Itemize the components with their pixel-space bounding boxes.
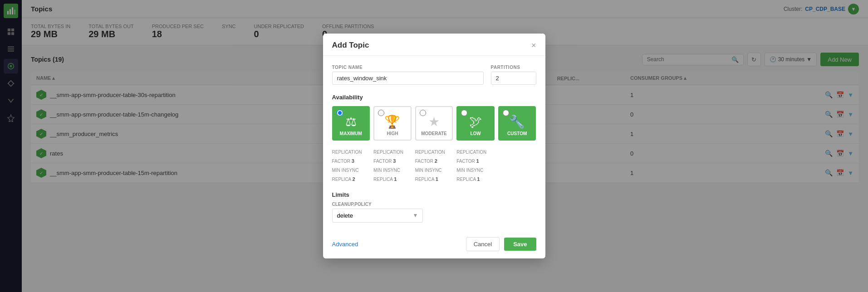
topic-name-group: TOPIC NAME	[332, 65, 484, 85]
cleanup-policy-select[interactable]: delete compact compact,delete	[332, 209, 423, 223]
avail-label-low: LOW	[459, 131, 492, 136]
rep-val-min-4: 1	[477, 176, 480, 182]
avail-radio-low[interactable]	[461, 110, 467, 116]
rep-val-min-3: 1	[436, 176, 438, 182]
replication-col-low: REPLICATION FACTOR 1 MIN INSYNC REPLICA …	[456, 148, 495, 184]
avail-label-custom: CUSTOM	[501, 131, 534, 136]
modal-body: TOPIC NAME PARTITIONS Availability ⚖ MAX…	[323, 56, 545, 231]
cancel-button[interactable]: Cancel	[466, 237, 500, 251]
modal-footer: Advanced Cancel Save	[323, 232, 545, 258]
partitions-group: PARTITIONS	[491, 65, 536, 85]
avail-label-moderate: MODERATE	[418, 131, 451, 136]
modal-close-button[interactable]: ×	[531, 41, 536, 49]
rep-key-7: REPLICATION FACTOR	[456, 150, 486, 164]
form-row-name: TOPIC NAME PARTITIONS	[332, 65, 536, 85]
modal-overlay[interactable]: Add Topic × TOPIC NAME PARTITIONS Availa…	[0, 0, 868, 292]
replication-col-custom	[498, 148, 536, 184]
limits-label: Limits	[332, 191, 536, 198]
avail-option-high[interactable]: 🏆 HIGH	[373, 106, 412, 141]
cleanup-policy-wrapper: delete compact compact,delete ▼	[332, 209, 423, 223]
cleanup-policy-label: CLEANUP.POLICY	[332, 202, 536, 207]
rep-val-factor-1: 3	[352, 158, 354, 164]
avail-option-low[interactable]: 🕊 LOW	[456, 106, 495, 141]
availability-options: ⚖ MAXIMUM 🏆 HIGH ★ MODERATE	[332, 106, 536, 141]
replication-col-maximum: REPLICATION FACTOR 3 MIN INSYNC REPLICA …	[332, 148, 370, 184]
bird-icon: 🕊	[459, 114, 492, 129]
rep-val-factor-2: 3	[393, 158, 396, 164]
add-topic-modal: Add Topic × TOPIC NAME PARTITIONS Availa…	[323, 34, 545, 258]
rep-val-factor-3: 2	[435, 158, 437, 164]
rep-val-min-1: 2	[353, 176, 355, 182]
save-button[interactable]: Save	[504, 238, 536, 251]
availability-label: Availability	[332, 94, 536, 101]
rep-val-min-2: 1	[394, 176, 397, 182]
replication-grid: REPLICATION FACTOR 3 MIN INSYNC REPLICA …	[332, 148, 536, 184]
cleanup-policy-group: CLEANUP.POLICY delete compact compact,de…	[332, 202, 536, 223]
avail-label-high: HIGH	[376, 131, 409, 136]
rep-key-3: REPLICATION FACTOR	[373, 150, 403, 164]
partitions-label: PARTITIONS	[491, 65, 536, 70]
avail-radio-high[interactable]	[378, 110, 384, 116]
modal-header: Add Topic ×	[323, 34, 545, 56]
rep-key-5: REPLICATION FACTOR	[415, 150, 445, 164]
modal-title: Add Topic	[332, 41, 369, 50]
replication-col-high: REPLICATION FACTOR 3 MIN INSYNC REPLICA …	[373, 148, 412, 184]
rep-key-1: REPLICATION FACTOR	[332, 150, 362, 164]
avail-radio-maximum[interactable]	[337, 110, 343, 116]
topic-name-label: TOPIC NAME	[332, 65, 484, 70]
star-icon: ★	[418, 114, 451, 129]
avail-option-maximum[interactable]: ⚖ MAXIMUM	[332, 106, 370, 141]
avail-option-moderate[interactable]: ★ MODERATE	[415, 106, 453, 141]
topic-name-input[interactable]	[332, 72, 484, 85]
avail-radio-custom[interactable]	[503, 110, 509, 116]
avail-option-custom[interactable]: 🔧 CUSTOM	[498, 106, 536, 141]
scale-icon: ⚖	[335, 114, 368, 129]
advanced-button[interactable]: Advanced	[332, 241, 358, 248]
replication-col-moderate: REPLICATION FACTOR 2 MIN INSYNC REPLICA …	[415, 148, 453, 184]
wrench-icon: 🔧	[501, 114, 534, 129]
trophy-icon: 🏆	[376, 114, 409, 129]
avail-radio-moderate[interactable]	[420, 110, 426, 116]
rep-val-factor-4: 1	[476, 158, 479, 164]
avail-label-maximum: MAXIMUM	[335, 131, 368, 136]
partitions-input[interactable]	[491, 72, 536, 85]
